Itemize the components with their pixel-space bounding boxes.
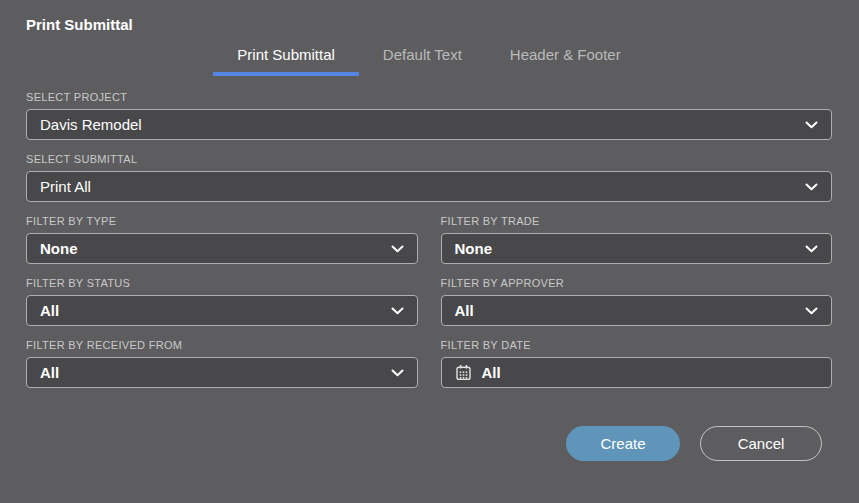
filter-row-3: FILTER BY RECEIVED FROM All FILTER BY DA… <box>26 326 832 388</box>
tab-header-footer[interactable]: Header & Footer <box>486 42 645 76</box>
select-submittal-label: SELECT SUBMITTAL <box>26 153 832 166</box>
chevron-down-icon <box>805 121 818 129</box>
tab-default-text[interactable]: Default Text <box>359 42 486 76</box>
chevron-down-icon <box>805 245 818 253</box>
filter-received-from-group: FILTER BY RECEIVED FROM All <box>26 326 418 388</box>
filter-received-from-label: FILTER BY RECEIVED FROM <box>26 339 418 352</box>
dialog-title: Print Submittal <box>26 16 832 33</box>
select-submittal-value: Print All <box>40 172 805 201</box>
filter-approver-group: FILTER BY APPROVER All <box>441 264 833 326</box>
cancel-button[interactable]: Cancel <box>700 426 822 461</box>
tab-print-submittal[interactable]: Print Submittal <box>213 42 359 76</box>
filter-type-label: FILTER BY TYPE <box>26 215 418 228</box>
chevron-down-icon <box>391 369 404 377</box>
filter-status-value: All <box>40 296 391 325</box>
select-submittal-dropdown[interactable]: Print All <box>26 171 832 202</box>
filter-received-from-dropdown[interactable]: All <box>26 357 418 388</box>
calendar-icon <box>455 364 472 381</box>
chevron-down-icon <box>391 245 404 253</box>
filter-date-label: FILTER BY DATE <box>441 339 833 352</box>
filter-date-input[interactable]: All <box>441 357 833 388</box>
chevron-down-icon <box>805 183 818 191</box>
print-submittal-dialog: Print Submittal Print Submittal Default … <box>0 0 859 503</box>
print-submittal-form: SELECT PROJECT Davis Remodel SELECT SUBM… <box>26 78 832 388</box>
tab-bar: Print Submittal Default Text Header & Fo… <box>26 42 832 76</box>
filter-received-from-value: All <box>40 358 391 387</box>
filter-trade-value: None <box>455 234 806 263</box>
filter-approver-dropdown[interactable]: All <box>441 295 833 326</box>
filter-status-dropdown[interactable]: All <box>26 295 418 326</box>
chevron-down-icon <box>391 307 404 315</box>
chevron-down-icon <box>805 307 818 315</box>
select-project-dropdown[interactable]: Davis Remodel <box>26 109 832 140</box>
filter-row-2: FILTER BY STATUS All FILTER BY APPROVER … <box>26 264 832 326</box>
filter-approver-value: All <box>455 296 806 325</box>
create-button[interactable]: Create <box>566 426 680 461</box>
filter-type-group: FILTER BY TYPE None <box>26 202 418 264</box>
filter-type-dropdown[interactable]: None <box>26 233 418 264</box>
filter-row-1: FILTER BY TYPE None FILTER BY TRADE None <box>26 202 832 264</box>
dialog-actions: Create Cancel <box>26 426 832 461</box>
filter-date-value: All <box>482 358 819 387</box>
filter-trade-label: FILTER BY TRADE <box>441 215 833 228</box>
select-project-value: Davis Remodel <box>40 110 805 139</box>
filter-trade-dropdown[interactable]: None <box>441 233 833 264</box>
filter-status-group: FILTER BY STATUS All <box>26 264 418 326</box>
filter-type-value: None <box>40 234 391 263</box>
filter-trade-group: FILTER BY TRADE None <box>441 202 833 264</box>
filter-approver-label: FILTER BY APPROVER <box>441 277 833 290</box>
select-project-label: SELECT PROJECT <box>26 91 832 104</box>
filter-date-group: FILTER BY DATE <box>441 326 833 388</box>
filter-status-label: FILTER BY STATUS <box>26 277 418 290</box>
